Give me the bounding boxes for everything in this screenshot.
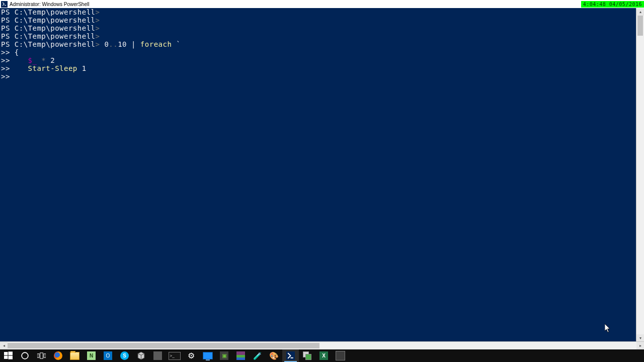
horizontal-scrollbar[interactable]: ◂ ▸ bbox=[0, 341, 644, 349]
skype-app[interactable]: S bbox=[116, 349, 133, 362]
svg-rect-0 bbox=[4, 352, 8, 355]
burp-app[interactable]: 🧪 bbox=[249, 349, 266, 362]
winrar-app[interactable] bbox=[232, 349, 249, 362]
scroll-left-button[interactable]: ◂ bbox=[0, 342, 8, 349]
file-explorer-app[interactable] bbox=[66, 349, 83, 362]
unity-app[interactable] bbox=[133, 349, 149, 362]
firefox-app[interactable] bbox=[50, 349, 66, 362]
svg-rect-5 bbox=[37, 354, 39, 358]
svg-rect-2 bbox=[4, 356, 8, 359]
outlook-app[interactable]: O bbox=[100, 349, 116, 362]
svg-rect-7 bbox=[44, 354, 46, 358]
remote-desktop-app[interactable] bbox=[199, 349, 216, 362]
scroll-up-button[interactable]: ▴ bbox=[636, 8, 644, 16]
svg-rect-1 bbox=[9, 351, 13, 355]
powershell-app[interactable] bbox=[282, 349, 299, 362]
svg-rect-6 bbox=[40, 353, 43, 358]
paint-app[interactable]: 🎨 bbox=[266, 349, 282, 362]
terminal-output[interactable]: PS C:\Temp\powershell> PS C:\Temp\powers… bbox=[0, 8, 636, 342]
vertical-scroll-thumb[interactable] bbox=[637, 16, 643, 36]
settings-app[interactable]: ⚙ bbox=[183, 349, 199, 362]
cortana-button[interactable] bbox=[17, 349, 33, 362]
cmd-app[interactable]: >_ bbox=[166, 349, 183, 362]
taskview-button[interactable] bbox=[33, 349, 50, 362]
start-button[interactable] bbox=[0, 349, 17, 362]
sublime-app[interactable] bbox=[332, 349, 349, 362]
powershell-icon bbox=[1, 1, 8, 8]
svg-point-4 bbox=[22, 352, 28, 359]
window-title: Administrator: Windows PowerShell bbox=[10, 2, 581, 7]
vertical-scrollbar[interactable]: ▴ ▾ bbox=[636, 8, 644, 342]
scroll-right-button[interactable]: ▸ bbox=[636, 342, 644, 349]
horizontal-scroll-thumb[interactable] bbox=[8, 343, 319, 348]
mremoteng-app[interactable]: ▣ bbox=[216, 349, 232, 362]
utility-app-2[interactable] bbox=[299, 349, 315, 362]
window-titlebar[interactable]: Administrator: Windows PowerShell 4:04:4… bbox=[0, 0, 644, 9]
clock-overlay: 4:04:48 04/05/2016 bbox=[581, 1, 644, 8]
excel-app[interactable]: X bbox=[315, 349, 332, 362]
scroll-down-button[interactable]: ▾ bbox=[636, 334, 644, 342]
notepadpp-app[interactable]: N bbox=[83, 349, 100, 362]
utility-app-1[interactable] bbox=[149, 349, 166, 362]
taskbar: NOS>_⚙▣🧪🎨X bbox=[0, 349, 644, 362]
svg-rect-3 bbox=[9, 356, 13, 359]
